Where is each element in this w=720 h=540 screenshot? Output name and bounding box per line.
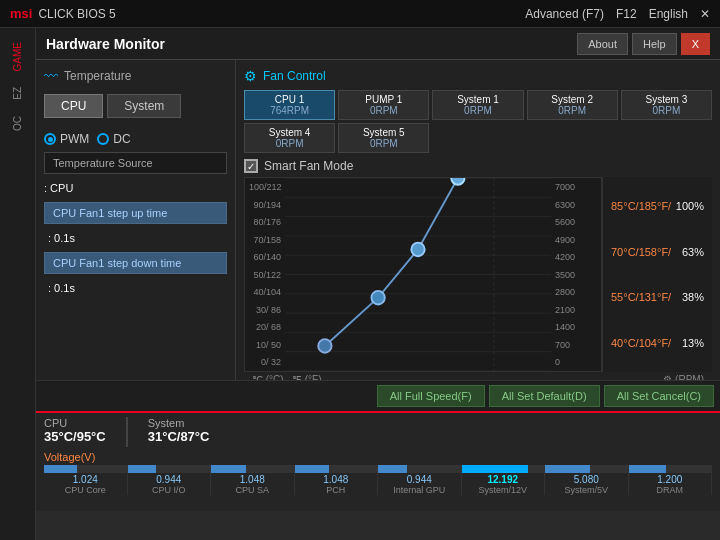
temperature-icon: 〰	[44, 68, 58, 84]
fan-grid: CPU 1 764RPM PUMP 1 0RPM System 1 0RPM S…	[244, 90, 712, 153]
voltage-bar-cpu-sa	[211, 465, 294, 473]
fan-cell-cpu1[interactable]: CPU 1 764RPM	[244, 90, 335, 120]
temp-val-2: 70°C/158°F/	[611, 246, 671, 258]
temp-val-4: 40°C/104°F/	[611, 337, 671, 349]
top-bar-left: msi CLICK BIOS 5	[10, 6, 116, 21]
voltage-fill-pch	[295, 465, 330, 473]
voltage-name-12v: System/12V	[478, 485, 527, 495]
content-area: 〰 Temperature CPU System PWM DC	[36, 60, 720, 540]
fan-cell-system4[interactable]: System 4 0RPM	[244, 123, 335, 153]
cpu-temp-label: CPU	[44, 417, 106, 429]
fan-cell-system2[interactable]: System 2 0RPM	[527, 90, 618, 120]
cpu-system-row: CPU 35°C/95°C System 31°C/87°C	[44, 417, 712, 447]
temp-divider	[126, 417, 128, 447]
sidebar-item-game[interactable]: GAME	[8, 36, 27, 77]
voltage-value-cpu-sa: 1.048	[240, 474, 265, 485]
close-top-icon[interactable]: ✕	[700, 7, 710, 21]
voltage-name-cpu-core: CPU Core	[65, 485, 106, 495]
pwm-label: PWM	[60, 132, 89, 146]
voltage-item-igpu: 0.944 Internal GPU	[378, 465, 462, 495]
svg-point-12	[318, 339, 331, 353]
all-set-cancel-button[interactable]: All Set Cancel(C)	[604, 385, 714, 407]
temp-pct-row-1: 85°C/185°F/ 100%	[607, 198, 708, 214]
voltage-item-pch: 1.048 PCH	[295, 465, 379, 495]
sidebar-item-oc[interactable]: OC	[8, 110, 27, 137]
temperature-header: 〰 Temperature	[44, 68, 227, 84]
pwm-radio[interactable]	[44, 133, 56, 145]
voltage-name-cpu-sa: CPU SA	[235, 485, 269, 495]
chart-y-left: 100/212 90/194 80/176 70/158 60/140 50/1…	[245, 178, 285, 371]
voltage-item-cpu-io: 0.944 CPU I/O	[128, 465, 212, 495]
pct-val-4: 13%	[682, 337, 704, 349]
left-sidebar: GAME EZ OC	[0, 28, 36, 540]
temp-val-3: 55°C/131°F/	[611, 291, 671, 303]
f12-label[interactable]: F12	[616, 7, 637, 21]
voltage-value-cpu-io: 0.944	[156, 474, 181, 485]
system-tab[interactable]: System	[107, 94, 181, 118]
voltage-fill-5v	[545, 465, 590, 473]
voltage-name-cpu-io: CPU I/O	[152, 485, 186, 495]
about-button[interactable]: About	[577, 33, 628, 55]
voltage-value-dram: 1.200	[657, 474, 682, 485]
voltage-item-dram: 1.200 DRAM	[629, 465, 713, 495]
cpu-system-tabs: CPU System	[44, 94, 227, 118]
voltage-item-cpu-core: 1.024 CPU Core	[44, 465, 128, 495]
svg-point-13	[371, 291, 384, 305]
temperature-panel: 〰 Temperature CPU System PWM DC	[36, 60, 236, 380]
dc-label: DC	[113, 132, 130, 146]
fan-cell-system3[interactable]: System 3 0RPM	[621, 90, 712, 120]
fan-cell-system5[interactable]: System 5 0RPM	[338, 123, 429, 153]
voltage-bar-igpu	[378, 465, 461, 473]
voltage-fill-igpu	[378, 465, 407, 473]
pwm-radio-group[interactable]: PWM	[44, 132, 89, 146]
fan-cell-pump1[interactable]: PUMP 1 0RPM	[338, 90, 429, 120]
chart-y-right: 7000 6300 5600 4900 4200 3500 2800 2100 …	[551, 178, 601, 371]
fan1-step-up-button[interactable]: CPU Fan1 step up time	[44, 202, 227, 224]
voltage-item-12v: 12.192 System/12V	[462, 465, 546, 495]
top-bar-right: Advanced (F7) F12 English ✕	[525, 7, 710, 21]
pct-val-1: 100%	[676, 200, 704, 212]
window-close-button[interactable]: X	[681, 33, 710, 55]
temp-val-1: 85°C/185°F/	[611, 200, 671, 212]
temp-source-value: : CPU	[44, 180, 227, 196]
bottom-section: CPU 35°C/95°C System 31°C/87°C Voltage(V…	[36, 411, 720, 511]
voltage-value-5v: 5.080	[574, 474, 599, 485]
pwm-dc-row: PWM DC	[44, 132, 227, 146]
system-temp-display: System 31°C/87°C	[148, 417, 210, 447]
fan1-step-down-button[interactable]: CPU Fan1 step down time	[44, 252, 227, 274]
smart-fan-label: Smart Fan Mode	[264, 159, 353, 173]
fan-control-header: ⚙ Fan Control	[244, 68, 712, 84]
voltage-row: 1.024 CPU Core 0.944 CPU I/O 1.048	[44, 465, 712, 495]
cpu-tab[interactable]: CPU	[44, 94, 103, 118]
voltage-bar-5v	[545, 465, 628, 473]
fan-cell-system1[interactable]: System 1 0RPM	[432, 90, 523, 120]
all-set-default-button[interactable]: All Set Default(D)	[489, 385, 600, 407]
smart-fan-checkbox[interactable]: ✓	[244, 159, 258, 173]
bios-title: CLICK BIOS 5	[38, 7, 115, 21]
all-full-speed-button[interactable]: All Full Speed(F)	[377, 385, 485, 407]
fan1-step-down-value: : 0.1s	[44, 280, 227, 296]
voltage-bar-12v	[462, 465, 545, 473]
voltage-value-igpu: 0.944	[407, 474, 432, 485]
svg-point-14	[411, 243, 424, 257]
dc-radio[interactable]	[97, 133, 109, 145]
voltage-fill-cpu-io	[128, 465, 157, 473]
voltage-item-cpu-sa: 1.048 CPU SA	[211, 465, 295, 495]
pct-val-3: 38%	[682, 291, 704, 303]
msi-logo: msi	[10, 6, 32, 21]
window-title: Hardware Monitor	[46, 36, 165, 52]
voltage-value-pch: 1.048	[323, 474, 348, 485]
temperature-label: Temperature	[64, 69, 131, 83]
dc-radio-group[interactable]: DC	[97, 132, 130, 146]
fan-control-label: Fan Control	[263, 69, 326, 83]
voltage-bar-cpu-core	[44, 465, 127, 473]
smart-fan-row: ✓ Smart Fan Mode	[244, 159, 712, 173]
advanced-mode-label: Advanced (F7)	[525, 7, 604, 21]
help-button[interactable]: Help	[632, 33, 677, 55]
voltage-name-pch: PCH	[326, 485, 345, 495]
window-buttons: About Help X	[577, 33, 710, 55]
top-bar: msi CLICK BIOS 5 Advanced (F7) F12 Engli…	[0, 0, 720, 28]
voltage-fill-cpu-core	[44, 465, 77, 473]
language-label[interactable]: English	[649, 7, 688, 21]
sidebar-item-ez[interactable]: EZ	[8, 81, 27, 106]
